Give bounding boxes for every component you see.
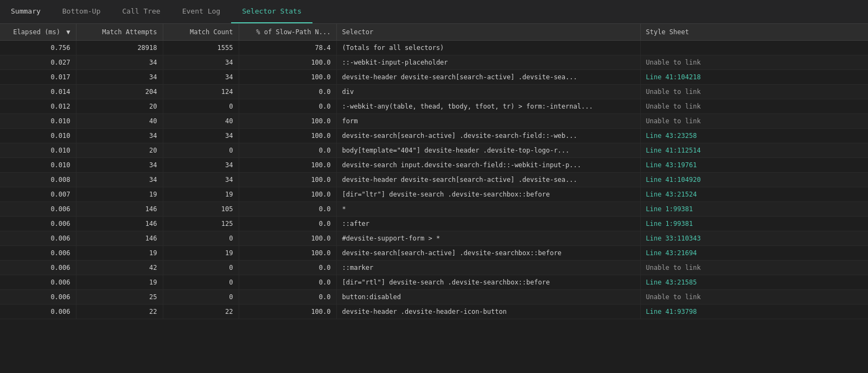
tab-selector-stats[interactable]: Selector Stats [231, 0, 312, 23]
cell-match-count: 22 [163, 305, 239, 319]
col-header-stylesheet[interactable]: Style Sheet [640, 24, 868, 41]
col-header-slow-path[interactable]: % of Slow-Path N... [239, 24, 336, 41]
cell-stylesheet[interactable]: Line 43:23258 [640, 129, 868, 143]
cell-match-count: 0 [163, 231, 239, 246]
cell-slow-path: 100.0 [239, 246, 336, 261]
cell-slow-path: 100.0 [239, 187, 336, 202]
table-row: 0.0061919100.0devsite-search[search-acti… [0, 246, 868, 261]
cell-selector: [dir="rtl"] devsite-search .devsite-sear… [336, 275, 640, 290]
cell-match-attempts: 20 [76, 99, 163, 114]
cell-selector: devsite-header devsite-search[search-act… [336, 173, 640, 187]
cell-slow-path: 100.0 [239, 158, 336, 173]
cell-elapsed: 0.010 [0, 129, 76, 143]
cell-stylesheet[interactable]: Line 1:99381 [640, 217, 868, 231]
tab-bottom-up[interactable]: Bottom-Up [52, 0, 111, 23]
cell-slow-path: 100.0 [239, 231, 336, 246]
sort-icon: ▼ [66, 28, 70, 36]
cell-match-count: 19 [163, 187, 239, 202]
cell-match-count: 1555 [163, 41, 239, 55]
cell-selector: button:disabled [336, 290, 640, 305]
cell-match-attempts: 22 [76, 305, 163, 319]
cell-selector: body[template="404"] devsite-header .dev… [336, 143, 640, 158]
table-row: 0.0103434100.0devsite-search[search-acti… [0, 129, 868, 143]
cell-slow-path: 0.0 [239, 202, 336, 217]
cell-stylesheet[interactable]: Line 41:93798 [640, 305, 868, 319]
cell-match-attempts: 19 [76, 246, 163, 261]
cell-selector: ::-webkit-input-placeholder [336, 55, 640, 70]
cell-match-count: 19 [163, 246, 239, 261]
cell-elapsed: 0.010 [0, 114, 76, 129]
cell-match-count: 40 [163, 114, 239, 129]
table-row: 0.0102000.0body[template="404"] devsite-… [0, 143, 868, 158]
cell-stylesheet: Unable to link [640, 85, 868, 99]
tab-bar: SummaryBottom-UpCall TreeEvent LogSelect… [0, 0, 868, 24]
cell-elapsed: 0.756 [0, 41, 76, 55]
cell-elapsed: 0.007 [0, 187, 76, 202]
cell-match-count: 105 [163, 202, 239, 217]
cell-slow-path: 100.0 [239, 305, 336, 319]
table-row: 0.0142041240.0divUnable to link [0, 85, 868, 99]
cell-selector: * [336, 202, 640, 217]
cell-stylesheet[interactable]: Line 43:21524 [640, 187, 868, 202]
cell-slow-path: 100.0 [239, 173, 336, 187]
cell-match-attempts: 146 [76, 202, 163, 217]
cell-selector: #devsite-support-form > * [336, 231, 640, 246]
cell-slow-path: 0.0 [239, 85, 336, 99]
cell-selector: devsite-header devsite-search[search-act… [336, 70, 640, 85]
cell-slow-path: 78.4 [239, 41, 336, 55]
cell-stylesheet[interactable]: Line 43:21694 [640, 246, 868, 261]
cell-slow-path: 100.0 [239, 55, 336, 70]
cell-elapsed: 0.014 [0, 85, 76, 99]
col-stylesheet-label: Style Sheet [646, 28, 689, 36]
cell-stylesheet: Unable to link [640, 99, 868, 114]
cell-slow-path: 100.0 [239, 70, 336, 85]
cell-stylesheet: Unable to link [640, 290, 868, 305]
cell-elapsed: 0.010 [0, 158, 76, 173]
cell-selector: devsite-search[search-active] .devsite-s… [336, 129, 640, 143]
table-row: 0.0083434100.0devsite-header devsite-sea… [0, 173, 868, 187]
col-header-match-count[interactable]: Match Count [163, 24, 239, 41]
table-row: 0.0103434100.0devsite-search input.devsi… [0, 158, 868, 173]
cell-elapsed: 0.027 [0, 55, 76, 70]
cell-elapsed: 0.006 [0, 305, 76, 319]
cell-stylesheet[interactable]: Line 41:112514 [640, 143, 868, 158]
col-header-match-attempts[interactable]: Match Attempts [76, 24, 163, 41]
cell-elapsed: 0.006 [0, 275, 76, 290]
cell-stylesheet[interactable]: Line 33:110343 [640, 231, 868, 246]
cell-match-count: 0 [163, 275, 239, 290]
cell-match-count: 34 [163, 70, 239, 85]
cell-match-count: 34 [163, 173, 239, 187]
col-header-elapsed[interactable]: Elapsed (ms) ▼ [0, 24, 76, 41]
cell-selector: devsite-search[search-active] .devsite-s… [336, 246, 640, 261]
cell-match-attempts: 34 [76, 55, 163, 70]
table-row: 0.0273434100.0::-webkit-input-placeholde… [0, 55, 868, 70]
cell-selector: div [336, 85, 640, 99]
table-row: 0.0061461250.0::afterLine 1:99381 [0, 217, 868, 231]
tab-call-tree[interactable]: Call Tree [111, 0, 171, 23]
table-container: Elapsed (ms) ▼ Match Attempts Match Coun… [0, 24, 868, 373]
cell-match-attempts: 34 [76, 129, 163, 143]
cell-match-attempts: 146 [76, 217, 163, 231]
cell-elapsed: 0.008 [0, 173, 76, 187]
cell-match-count: 0 [163, 143, 239, 158]
cell-match-attempts: 42 [76, 261, 163, 275]
cell-stylesheet [640, 41, 868, 55]
cell-selector: ::marker [336, 261, 640, 275]
table-row: 0.0122000.0:-webkit-any(table, thead, tb… [0, 99, 868, 114]
cell-stylesheet[interactable]: Line 43:19761 [640, 158, 868, 173]
table-row: 0.0062500.0button:disabledUnable to link [0, 290, 868, 305]
col-slow-path-label: % of Slow-Path N... [256, 28, 330, 36]
cell-stylesheet[interactable]: Line 43:21585 [640, 275, 868, 290]
col-match-count-label: Match Count [190, 28, 233, 36]
table-row: 0.0071919100.0[dir="ltr"] devsite-search… [0, 187, 868, 202]
cell-stylesheet[interactable]: Line 1:99381 [640, 202, 868, 217]
cell-match-count: 0 [163, 290, 239, 305]
cell-match-count: 125 [163, 217, 239, 231]
tab-summary[interactable]: Summary [0, 0, 52, 23]
cell-stylesheet[interactable]: Line 41:104920 [640, 173, 868, 187]
tab-event-log[interactable]: Event Log [171, 0, 231, 23]
cell-selector: [dir="ltr"] devsite-search .devsite-sear… [336, 187, 640, 202]
cell-stylesheet[interactable]: Line 41:104218 [640, 70, 868, 85]
cell-selector: :-webkit-any(table, thead, tbody, tfoot,… [336, 99, 640, 114]
col-header-selector[interactable]: Selector [336, 24, 640, 41]
